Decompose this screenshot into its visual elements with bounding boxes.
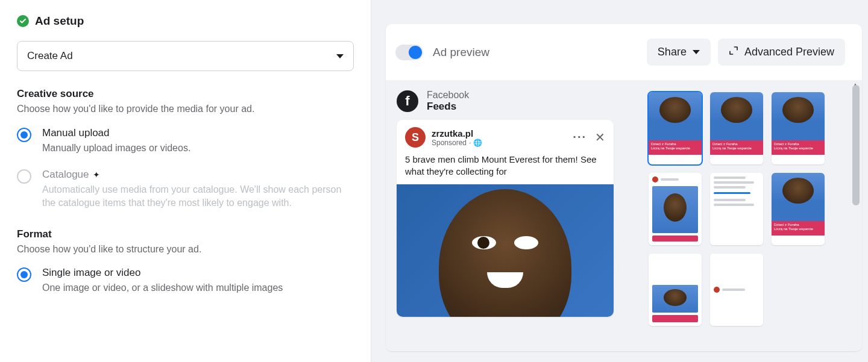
- placement-thumbnails: Dzieci z FurahaLiczą na Twoje wsparcie D…: [649, 90, 862, 351]
- close-icon[interactable]: ✕: [595, 130, 605, 145]
- post-preview: S zrzutka.pl Sponsored · 🌐 ··· ✕: [397, 120, 614, 317]
- radio-single-image[interactable]: Single image or video One image or video…: [17, 266, 354, 295]
- format-desc: Choose how you'd like to structure your …: [17, 243, 354, 256]
- post-text: 5 brave men climb Mount Everest for them…: [397, 151, 614, 184]
- radio-label: Manual upload: [42, 126, 190, 140]
- radio-label: Single image or video: [42, 266, 283, 280]
- preview-platform: Facebook: [427, 90, 469, 101]
- share-button[interactable]: Share: [647, 39, 711, 66]
- radio-hint: One image or video, or a slideshow with …: [42, 281, 283, 295]
- radio-catalogue[interactable]: Catalogue ✦ Automatically use media from…: [17, 168, 354, 210]
- placement-thumb[interactable]: [710, 173, 763, 245]
- placement-thumb[interactable]: Dzieci z FurahaLiczą na Twoje wsparcie: [649, 92, 702, 164]
- more-icon[interactable]: ···: [573, 130, 587, 145]
- preview-toggle[interactable]: [395, 45, 423, 60]
- radio-indicator-selected: [17, 267, 31, 282]
- placement-thumb[interactable]: [710, 254, 763, 326]
- sparkle-icon: ✦: [93, 169, 100, 181]
- radio-manual-upload[interactable]: Manual upload Manually upload images or …: [17, 126, 354, 155]
- radio-hint: Manually upload images or videos.: [42, 142, 190, 155]
- placement-thumb[interactable]: Dzieci z FurahaLiczą na Twoje wsparcie: [710, 92, 763, 164]
- chevron-down-icon: [693, 50, 700, 54]
- scroll-thumb[interactable]: [852, 85, 860, 205]
- globe-icon: 🌐: [473, 139, 482, 147]
- facebook-icon: f: [397, 90, 418, 112]
- placement-thumb[interactable]: Dzieci z FurahaLiczą na Twoje wsparcie: [772, 173, 825, 245]
- sponsored-label: Sponsored · 🌐: [432, 139, 567, 147]
- page-avatar: S: [405, 127, 426, 148]
- placement-thumb[interactable]: [649, 254, 702, 326]
- ad-setup-panel: Ad setup Create Ad Creative source Choos…: [0, 0, 371, 362]
- advanced-preview-button[interactable]: Advanced Preview: [718, 39, 845, 66]
- create-ad-select[interactable]: Create Ad: [17, 41, 354, 71]
- check-icon: [17, 15, 29, 27]
- radio-indicator-selected: [17, 128, 31, 142]
- ad-preview-panel: Ad preview Share Advanced Preview: [386, 0, 868, 362]
- expand-icon: [729, 46, 738, 58]
- panel-title: Ad setup: [35, 14, 84, 28]
- radio-hint: Automatically use media from your catalo…: [42, 183, 354, 210]
- preview-title: Ad preview: [433, 46, 489, 59]
- creative-source-desc: Choose how you'd like to provide the med…: [17, 102, 354, 116]
- radio-label: Catalogue ✦: [42, 168, 354, 182]
- radio-indicator-unselected: [17, 169, 31, 184]
- creative-source-title: Creative source: [17, 88, 354, 100]
- page-name: zrzutka.pl: [432, 128, 567, 139]
- placement-thumb[interactable]: Dzieci z FurahaLiczą na Twoje wsparcie: [772, 92, 825, 164]
- post-image: [397, 184, 614, 317]
- create-ad-select-value: Create Ad: [27, 50, 73, 62]
- format-title: Format: [17, 228, 354, 240]
- scrollbar[interactable]: ▲: [852, 83, 861, 349]
- placement-thumb[interactable]: [649, 173, 702, 245]
- preview-placement: Feeds: [427, 101, 469, 113]
- chevron-down-icon: [336, 54, 344, 58]
